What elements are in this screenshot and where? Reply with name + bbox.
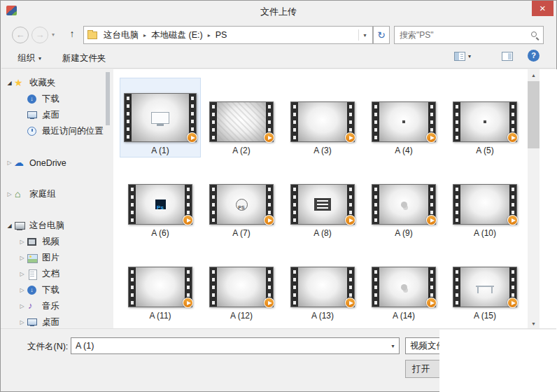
thumbnail-motif [155,200,166,209]
file-tile[interactable]: A (4) [363,78,444,158]
file-name-label: A (9) [395,228,412,239]
file-tile[interactable]: A (15) [444,243,526,323]
search-input[interactable] [395,27,543,43]
file-name-label: A (4) [395,146,412,157]
download-icon [27,286,38,295]
up-button[interactable]: ↑ [65,28,79,39]
thumbnail-motif [484,120,486,123]
sidebar-item[interactable]: 下载 [1,91,104,107]
video-thumbnail [453,267,517,307]
breadcrumb-item[interactable]: 这台电脑 [99,27,143,43]
sidebar-item[interactable]: ▷OneDrive [1,155,104,171]
pictures-icon [27,253,38,263]
preview-pane-button[interactable] [502,52,513,61]
main-scrollbar[interactable]: ▲ ▼ [528,69,540,330]
file-tile[interactable]: A (1) [120,78,201,158]
play-badge-icon [345,298,355,308]
sidebar-item[interactable]: ▷文档 [1,266,104,282]
file-name-label: A (10) [474,228,496,239]
filmstrip-left-icon [125,94,132,141]
file-tile[interactable]: A (14) [363,243,444,323]
thumbnail-motif [401,284,407,290]
sidebar-item[interactable]: 桌面 [1,107,104,123]
play-badge-icon [507,132,518,143]
file-tile[interactable]: A (12) [201,243,282,323]
play-badge-icon [187,132,197,143]
file-tile[interactable]: A (13) [282,243,363,323]
play-badge-icon [345,132,355,143]
file-name-label: A (8) [313,228,331,239]
play-badge-icon [264,298,274,308]
file-tile[interactable]: A (6) [120,160,201,240]
video-thumbnail [209,102,274,142]
scroll-up-icon[interactable]: ▲ [528,69,540,81]
breadcrumb-item[interactable]: PS [211,27,232,43]
video-thumbnail [290,102,355,142]
file-tile[interactable]: A (10) [444,160,526,240]
change-view-button[interactable]: ▾ [454,52,471,61]
desktop-icon [27,318,38,328]
expander-icon[interactable]: ▷ [17,271,27,277]
sidebar-scrollbar[interactable] [105,71,111,328]
forward-button[interactable]: → [31,27,48,43]
thumbnail-motif [217,102,266,141]
file-tile[interactable]: A (3) [282,78,363,158]
file-tile[interactable]: A (7) [201,160,282,240]
video-thumbnail [453,102,517,142]
filename-combobox[interactable]: ▾ [71,337,400,354]
expander-icon[interactable]: ▷ [5,160,14,166]
filmstrip-left-icon [210,185,217,224]
play-badge-icon [183,298,193,308]
expander-icon[interactable]: ◢ [5,80,14,86]
filename-label: 文件名(N): [27,341,68,353]
close-button[interactable]: × [532,1,554,16]
breadcrumb-item[interactable]: 本地磁盘 (E:) [146,27,208,43]
expander-icon[interactable]: ▷ [17,239,27,245]
expander-icon[interactable]: ▷ [17,287,27,293]
file-tile[interactable]: A (2) [201,78,282,158]
back-button[interactable]: ← [12,27,29,43]
expander-icon[interactable]: ◢ [5,223,14,229]
file-tile[interactable]: A (11) [120,243,201,323]
filmstrip-left-icon [453,102,460,141]
filename-input[interactable] [71,338,387,354]
breadcrumb-chevron-icon[interactable]: ▾ [359,32,371,38]
sidebar-item[interactable]: ◢这台电脑 [1,218,104,234]
sidebar-item[interactable]: ▷下载 [1,282,104,298]
play-badge-icon [426,215,437,225]
file-name-label: A (7) [232,228,250,239]
filename-dropdown-icon[interactable]: ▾ [387,343,399,349]
file-name-label: A (5) [476,146,493,157]
sidebar-item[interactable]: 最近访问的位置 [1,123,104,139]
expander-icon[interactable]: ▷ [5,191,14,197]
sidebar-item[interactable]: ▷家庭组 [1,186,104,202]
history-dropdown-icon[interactable]: ▾ [52,31,55,38]
refresh-button[interactable]: ↻ [373,26,390,44]
file-tile[interactable]: A (8) [282,160,363,240]
help-button[interactable]: ? [528,50,540,62]
file-tile[interactable]: A (5) [444,78,526,158]
expander-icon[interactable]: ▷ [17,319,27,326]
sidebar-scrollbar-thumb[interactable] [106,72,110,125]
expander-icon[interactable]: ▷ [17,303,27,309]
sidebar-item[interactable]: ▷图片 [1,250,104,266]
file-name-label: A (6) [151,228,169,239]
onedrive-icon [14,158,25,168]
organize-menu-button[interactable]: 组织 ▾ [17,50,41,66]
video-thumbnail [124,93,197,142]
video-thumbnail [372,267,436,307]
new-folder-button[interactable]: 新建文件夹 [62,50,106,66]
expander-icon[interactable]: ▷ [17,255,27,261]
sidebar-item[interactable]: ◢收藏夹 [1,75,104,91]
thumbnail-content [217,185,266,224]
play-badge-icon [345,215,355,225]
sidebar-item[interactable]: ▷视频 [1,234,104,250]
file-name-label: A (13) [311,311,334,322]
sidebar-item[interactable]: ▷音乐 [1,298,104,314]
sidebar-item[interactable]: ▷桌面 [1,314,104,330]
thumbnail-content [217,102,266,141]
play-badge-icon [264,215,274,225]
breadcrumb-items: 这台电脑▸本地磁盘 (E:)▸PS [99,27,232,43]
file-tile[interactable]: A (9) [363,160,444,240]
main-scrollbar-thumb[interactable] [528,81,540,148]
